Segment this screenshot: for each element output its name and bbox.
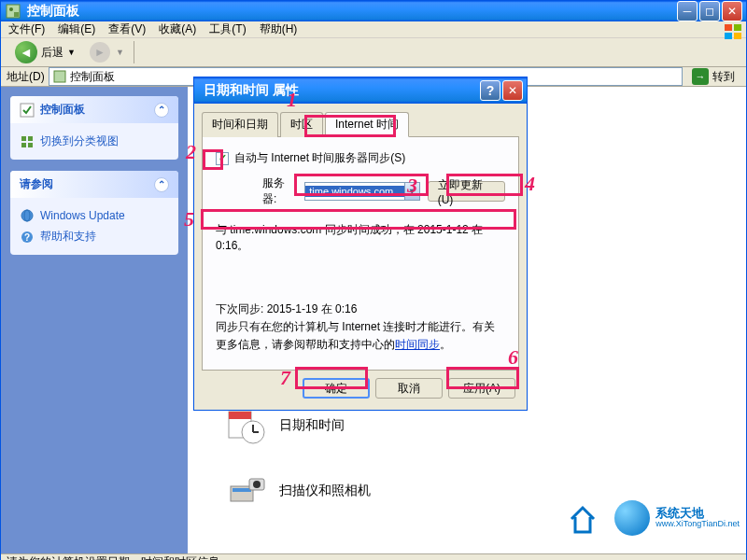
windows-update-label: Windows Update <box>40 209 125 222</box>
menu-view[interactable]: 查看(V) <box>108 21 146 37</box>
minimize-button[interactable]: ─ <box>677 1 698 21</box>
help-icon: ? <box>20 230 35 245</box>
dialog-title: 日期和时间 属性 <box>198 82 480 99</box>
watermark-en: www.XiTongTianDi.net <box>655 520 740 529</box>
tab-content: ✓ 自动与 Internet 时间服务器同步(S) 服务器: time.wind… <box>202 137 519 371</box>
watermark-cn: 系统天地 <box>655 507 740 520</box>
status-text: 请为您的计算机设置日期、时间和时区信息 <box>7 554 219 560</box>
address-value: 控制面板 <box>70 69 115 85</box>
svg-rect-10 <box>28 136 33 141</box>
panel-title: 控制面板 <box>40 102 85 118</box>
back-label: 后退 <box>41 45 63 61</box>
close-button[interactable]: ✕ <box>722 1 742 21</box>
toolbar-separator <box>134 41 134 63</box>
main-title: 控制面板 <box>27 3 677 20</box>
sync-checkbox[interactable]: ✓ <box>216 152 229 165</box>
svg-rect-23 <box>233 488 251 492</box>
server-row: 服务器: time.windows.com ▼ 立即更新(U) <box>262 175 505 207</box>
statusbar: 请为您的计算机设置日期、时间和时区信息 <box>1 553 746 560</box>
globe-icon <box>20 208 35 223</box>
panel-header[interactable]: 控制面板 ⌃ <box>10 96 178 123</box>
cancel-button[interactable]: 取消 <box>375 378 443 399</box>
info-text-2: 。 <box>440 338 451 351</box>
windows-logo-icon <box>724 23 742 40</box>
collapse-icon[interactable]: ⌃ <box>154 177 169 192</box>
go-arrow-icon: → <box>692 68 709 85</box>
window-buttons: ─ ◻ ✕ <box>677 1 742 21</box>
server-value: time.windows.com <box>305 186 403 197</box>
dialog-body: 时间和日期 时区 Internet 时间 ✓ 自动与 Internet 时间服务… <box>194 104 527 410</box>
watermark-text: 系统天地 www.XiTongTianDi.net <box>655 507 740 529</box>
maximize-button[interactable]: ◻ <box>699 1 720 21</box>
control-panel-icon <box>5 3 21 20</box>
forward-dropdown-icon: ▼ <box>116 48 124 57</box>
sidebar-panel-seealso: 请参阅 ⌃ Windows Update ? 帮助和支持 <box>10 171 178 255</box>
svg-rect-9 <box>21 136 26 141</box>
sidebar: 控制面板 ⌃ 切换到分类视图 请参阅 ⌃ <box>1 87 188 553</box>
server-combobox[interactable]: time.windows.com ▼ <box>304 182 419 201</box>
svg-rect-2 <box>14 12 19 17</box>
ok-button[interactable]: 确定 <box>303 378 370 399</box>
svg-rect-4 <box>734 24 741 31</box>
forward-button[interactable]: ► <box>90 42 110 63</box>
scanner-camera-icon <box>225 469 268 512</box>
help-support-link[interactable]: ? 帮助和支持 <box>20 226 169 247</box>
time-sync-link[interactable]: 时间同步 <box>395 338 440 351</box>
back-arrow-icon: ◄ <box>15 41 37 63</box>
dialog-titlebar: 日期和时间 属性 ? ✕ <box>194 77 527 104</box>
category-label: 日期和时间 <box>279 417 345 434</box>
menu-help[interactable]: 帮助(H) <box>260 21 298 37</box>
server-label: 服务器: <box>262 175 297 207</box>
svg-rect-12 <box>28 143 33 147</box>
dialog-close-button[interactable]: ✕ <box>502 80 523 101</box>
menu-tools[interactable]: 工具(T) <box>209 21 246 37</box>
svg-rect-3 <box>725 24 732 31</box>
sync-status-text: 与 time.windows.com 同步时间成功，在 2015-1-12 在 … <box>216 222 505 254</box>
windows-update-link[interactable]: Windows Update <box>20 205 169 226</box>
category-label: 扫描仪和照相机 <box>279 483 371 499</box>
info-text-1: 同步只有在您的计算机与 Internet 连接时才能进行。有关更多信息，请参阅帮… <box>216 320 495 351</box>
info-text: 同步只有在您的计算机与 Internet 连接时才能进行。有关更多信息，请参阅帮… <box>216 318 505 354</box>
house-icon <box>570 498 609 538</box>
dialog-button-row: 确定 取消 应用(A) <box>202 371 519 402</box>
back-dropdown-icon: ▼ <box>67 48 76 57</box>
datetime-properties-dialog: 日期和时间 属性 ? ✕ 时间和日期 时区 Internet 时间 ✓ 自动与 … <box>193 77 528 411</box>
menu-favorites[interactable]: 收藏(A) <box>159 21 196 37</box>
menu-file[interactable]: 文件(F) <box>8 21 45 37</box>
tab-internet-time[interactable]: Internet 时间 <box>325 112 409 137</box>
svg-rect-5 <box>725 33 732 39</box>
switch-view-link[interactable]: 切换到分类视图 <box>20 131 169 152</box>
svg-rect-7 <box>54 71 65 82</box>
collapse-icon[interactable]: ⌃ <box>154 103 169 118</box>
back-button[interactable]: ◄ 后退 ▼ <box>7 38 84 66</box>
go-label: 转到 <box>712 69 735 85</box>
go-button[interactable]: → 转到 <box>686 68 740 85</box>
switch-view-label: 切换到分类视图 <box>40 133 119 149</box>
menu-edit[interactable]: 编辑(E) <box>58 21 95 37</box>
tab-datetime[interactable]: 时间和日期 <box>202 112 278 137</box>
checkmark-icon <box>20 103 35 118</box>
panel-title: 请参阅 <box>20 176 53 192</box>
svg-point-13 <box>21 210 33 221</box>
address-icon <box>53 70 66 83</box>
dropdown-icon: ▼ <box>404 183 419 200</box>
help-support-label: 帮助和支持 <box>40 229 96 245</box>
panel-body: Windows Update ? 帮助和支持 <box>10 198 178 255</box>
apply-button[interactable]: 应用(A) <box>448 378 515 399</box>
panel-header[interactable]: 请参阅 ⌃ <box>10 171 178 198</box>
update-now-button[interactable]: 立即更新(U) <box>428 181 505 202</box>
tab-timezone[interactable]: 时区 <box>280 112 323 137</box>
panel-body: 切换到分类视图 <box>10 123 178 160</box>
sync-checkbox-label: 自动与 Internet 时间服务器同步(S) <box>234 150 405 166</box>
globe-icon <box>614 500 650 536</box>
tab-strip: 时间和日期 时区 Internet 时间 <box>202 111 519 137</box>
address-label: 地址(D) <box>7 69 45 85</box>
dialog-help-button[interactable]: ? <box>480 80 500 101</box>
svg-rect-18 <box>229 412 251 419</box>
svg-point-1 <box>9 7 13 11</box>
svg-text:?: ? <box>24 232 30 243</box>
category-icon <box>20 134 35 149</box>
next-sync-text: 下次同步: 2015-1-19 在 0:16 <box>216 301 505 318</box>
watermark: 系统天地 www.XiTongTianDi.net <box>570 498 740 538</box>
svg-rect-11 <box>21 143 26 147</box>
